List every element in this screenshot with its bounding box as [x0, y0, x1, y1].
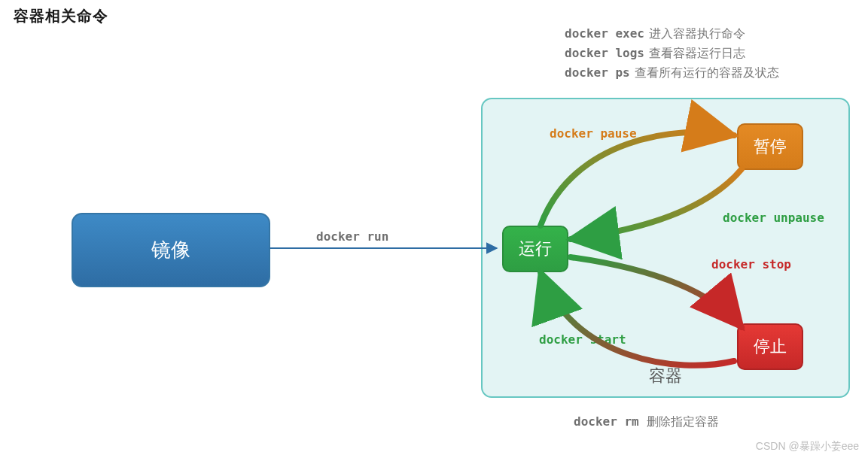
cmd-exec: docker exec	[565, 26, 644, 41]
state-running-label: 运行	[519, 238, 552, 260]
container-group: 运行 暂停 停止 容器	[481, 98, 850, 398]
cmd-ps-desc: 查看所有运行的容器及状态	[635, 66, 779, 79]
image-node-label: 镜像	[151, 237, 190, 263]
cmd-rm: docker rm	[574, 414, 639, 429]
state-stopped-label: 停止	[754, 335, 787, 358]
cmd-exec-desc: 进入容器执行命令	[649, 27, 745, 40]
state-paused-label: 暂停	[754, 135, 787, 158]
edge-label-stop: docker stop	[711, 257, 791, 271]
edge-label-start: docker start	[539, 332, 626, 347]
edge-label-pause: docker pause	[550, 126, 637, 141]
cmd-rm-desc: 删除指定容器	[647, 415, 719, 428]
image-node: 镜像	[72, 213, 270, 287]
edge-label-run: docker run	[316, 229, 388, 244]
watermark: CSDN @暴躁小姜eee	[756, 440, 859, 453]
state-paused: 暂停	[737, 123, 803, 170]
edge-label-unpause: docker unpause	[723, 211, 824, 225]
command-legend-top: docker exec进入容器执行命令 docker logs查看容器运行日志 …	[565, 24, 779, 83]
diagram-title: 容器相关命令	[14, 6, 108, 26]
cmd-logs: docker logs	[565, 46, 644, 60]
state-running: 运行	[502, 226, 568, 272]
cmd-ps: docker ps	[565, 65, 630, 80]
state-stopped: 停止	[737, 323, 803, 370]
container-group-label: 容器	[649, 365, 682, 387]
command-legend-bottom: docker rm 删除指定容器	[574, 412, 719, 432]
cmd-logs-desc: 查看容器运行日志	[649, 47, 745, 59]
